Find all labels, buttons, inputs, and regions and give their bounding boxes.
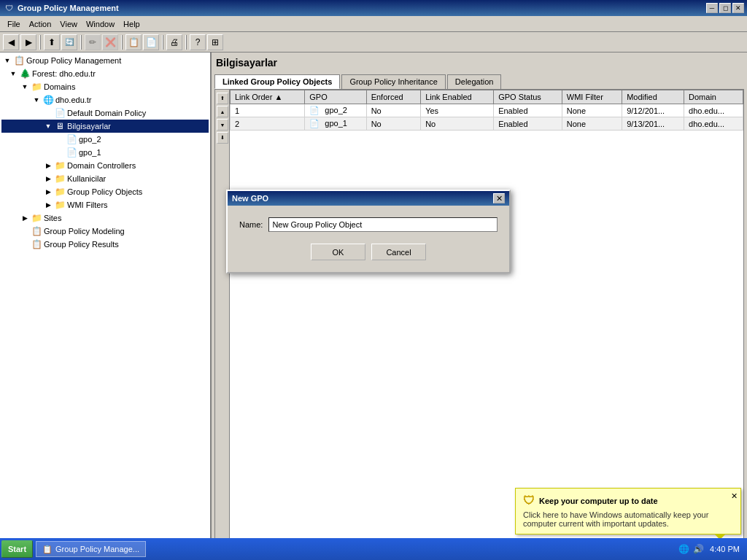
refresh-button[interactable]: 🔄 — [61, 34, 77, 50]
tree-item-gp-modeling[interactable]: 📋 Group Policy Modeling — [1, 225, 209, 238]
expand-domains: ▼ — [19, 81, 31, 93]
edit-button[interactable]: ✏ — [85, 34, 101, 50]
tree-item-root[interactable]: ▼ 📋 Group Policy Management — [1, 54, 209, 67]
table-row[interactable]: 1 📄 gpo_2 No Yes Enabled None 9/12/201..… — [231, 104, 743, 117]
sites-label: Sites — [44, 214, 61, 222]
dialog-ok-button[interactable]: OK — [311, 244, 365, 260]
up-button[interactable]: ⬆ — [44, 34, 60, 50]
tree-item-forest[interactable]: ▼ 🌲 Forest: dho.edu.tr — [1, 67, 209, 80]
menu-help[interactable]: Help — [119, 18, 144, 30]
dc-label: Domain Controllers — [67, 161, 136, 170]
gp-results-icon: 📋 — [31, 238, 42, 250]
tree-item-wmi-filters[interactable]: ▶ 📁 WMI Filters — [1, 198, 209, 211]
new-gpo-dialog: New GPO ✕ Name: OK Cancel — [226, 190, 511, 273]
tabs-bar: Linked Group Policy Objects Group Policy… — [214, 74, 744, 89]
notification-close-button[interactable]: ✕ — [731, 491, 738, 501]
col-gpo-status[interactable]: GPO Status — [494, 90, 562, 104]
forest-label: Forest: dho.edu.tr — [32, 69, 96, 78]
gpo-objects-label: Group Policy Objects — [67, 187, 142, 196]
help-button[interactable]: ? — [190, 34, 206, 50]
tab-delegation[interactable]: Delegation — [447, 74, 502, 89]
cell-gpo-status-2: Enabled — [494, 117, 562, 131]
cell-gpo-status-1: Enabled — [494, 104, 562, 117]
cell-link-order-2: 2 — [231, 117, 305, 131]
notification-bubble[interactable]: 🛡 Keep your computer up to date ✕ Click … — [515, 488, 741, 534]
col-wmi-filter[interactable]: WMI Filter — [562, 90, 622, 104]
col-enforced[interactable]: Enforced — [366, 90, 420, 104]
cell-domain-1: dho.edu... — [684, 104, 743, 117]
restore-button[interactable]: ◻ — [719, 3, 731, 13]
tree-item-gpo-objects[interactable]: ▶ 📁 Group Policy Objects — [1, 185, 209, 198]
notification-title: 🛡 Keep your computer up to date — [523, 494, 733, 508]
scroll-down[interactable]: ▼ — [217, 119, 228, 131]
tree-item-sites[interactable]: ▶ 📁 Sites — [1, 211, 209, 225]
tree-item-default-policy[interactable]: 📄 Default Domain Policy — [1, 106, 209, 120]
gp-modeling-icon: 📋 — [31, 225, 42, 237]
col-modified[interactable]: Modified — [622, 90, 684, 104]
dialog-title-text: New GPO — [232, 194, 268, 203]
cell-modified-1: 9/12/201... — [622, 104, 684, 117]
col-link-order[interactable]: Link Order ▲ — [231, 90, 305, 104]
menu-bar: File Action View Window Help — [0, 16, 747, 32]
tree-item-gpo1[interactable]: 📄 gpo_1 — [1, 146, 209, 159]
tree-item-bilgisayarlar[interactable]: ▼ 🖥 Bilgisayarlar — [1, 120, 209, 133]
gp-results-label: Group Policy Results — [44, 240, 119, 249]
tree-item-gp-results[interactable]: 📋 Group Policy Results — [1, 238, 209, 251]
back-button[interactable]: ◀ — [3, 34, 19, 50]
app-icon: 🛡 — [3, 2, 15, 14]
table-row[interactable]: 2 📄 gpo_1 No No Enabled None 9/13/201...… — [231, 117, 743, 131]
taskbar-items: 📋 Group Policy Manage... — [36, 541, 678, 557]
tree-item-domain-controllers[interactable]: ▶ 📁 Domain Controllers — [1, 159, 209, 172]
dialog-title-bar: New GPO ✕ — [228, 191, 509, 206]
tab-linked-gpo[interactable]: Linked Group Policy Objects — [214, 74, 340, 89]
expand-domain: ▼ — [31, 94, 42, 106]
delete-button[interactable]: ❌ — [102, 34, 118, 50]
col-link-enabled[interactable]: Link Enabled — [421, 90, 494, 104]
minimize-button[interactable]: ─ — [706, 3, 718, 13]
tab-gp-inheritance[interactable]: Group Policy Inheritance — [341, 74, 445, 89]
domains-icon: 📁 — [31, 81, 42, 93]
expand-wmi: ▶ — [42, 199, 54, 211]
tree-item-kullanicilar[interactable]: ▶ 📁 Kullanicilar — [1, 172, 209, 185]
gpo2-label: gpo_2 — [79, 135, 101, 144]
col-gpo[interactable]: GPO — [305, 90, 366, 104]
col-domain[interactable]: Domain — [684, 90, 743, 104]
scroll-up[interactable]: ▲ — [217, 106, 228, 117]
gpo-icon-2: 📄 — [309, 119, 320, 128]
taskbar-clock[interactable]: 4:40 PM — [707, 545, 743, 553]
toolbar-separator-3 — [121, 35, 123, 50]
expand-sites: ▶ — [19, 212, 31, 224]
tree-item-domains[interactable]: ▼ 📁 Domains — [1, 80, 209, 93]
forward-button[interactable]: ▶ — [20, 34, 36, 50]
expand-gp-results — [19, 238, 31, 250]
print-button[interactable]: 🖨 — [166, 34, 182, 50]
scroll-down-bottom[interactable]: ⬇ — [217, 132, 228, 144]
table-container: Link Order ▲ GPO Enforced Link Enabled G… — [230, 90, 743, 539]
domain-label: dho.edu.tr — [55, 96, 92, 104]
taskbar-item-gpm[interactable]: 📋 Group Policy Manage... — [36, 541, 146, 557]
close-button[interactable]: ✕ — [732, 3, 744, 13]
copy-button[interactable]: 📋 — [125, 34, 142, 50]
menu-file[interactable]: File — [3, 18, 25, 30]
start-button[interactable]: Start — [1, 540, 33, 558]
dialog-cancel-button[interactable]: Cancel — [371, 244, 426, 260]
domains-label: Domains — [44, 82, 75, 91]
menu-view[interactable]: View — [55, 18, 82, 30]
grid-button[interactable]: ⊞ — [207, 34, 223, 50]
tray-icon-1: 🌐 — [678, 543, 689, 555]
domain-icon: 🌐 — [42, 94, 54, 106]
toolbar-separator-4 — [162, 35, 163, 50]
dialog-close-button[interactable]: ✕ — [493, 193, 505, 203]
dialog-name-input[interactable] — [268, 217, 498, 232]
scroll-up-top[interactable]: ⬆ — [217, 93, 228, 104]
paste-button[interactable]: 📄 — [143, 34, 159, 50]
menu-action[interactable]: Action — [25, 18, 56, 30]
tree-item-domain[interactable]: ▼ 🌐 dho.edu.tr — [1, 93, 209, 106]
expand-gpo1 — [54, 147, 66, 158]
expand-gpo2 — [54, 133, 66, 145]
kullanicilar-icon: 📁 — [54, 173, 66, 184]
toolbar: ◀ ▶ ⬆ 🔄 ✏ ❌ 📋 📄 🖨 ? ⊞ — [0, 32, 747, 52]
menu-window[interactable]: Window — [82, 18, 119, 30]
dialog-name-field: Name: — [239, 217, 498, 232]
tree-item-gpo2[interactable]: 📄 gpo_2 — [1, 133, 209, 146]
